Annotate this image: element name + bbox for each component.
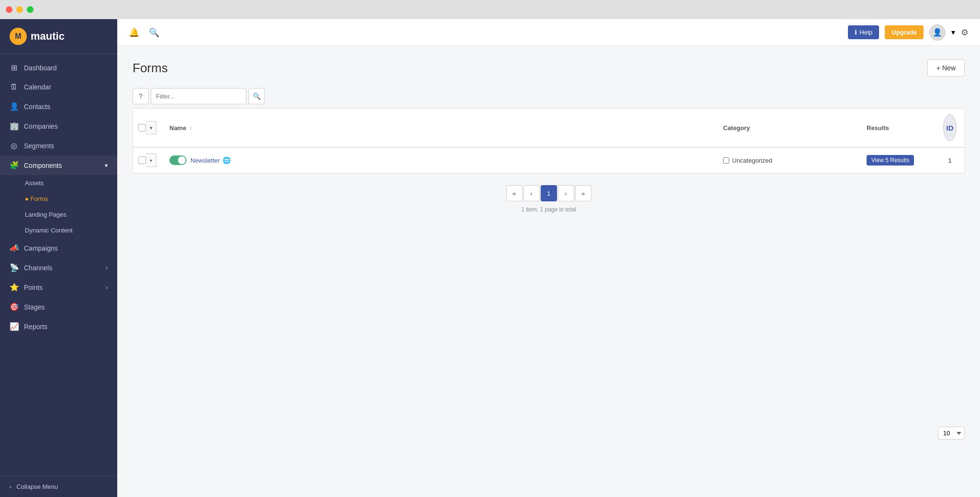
upgrade-button[interactable]: Upgrade xyxy=(885,25,924,39)
minimize-button[interactable] xyxy=(16,6,23,13)
pagination-next[interactable]: › xyxy=(558,185,574,201)
gear-icon[interactable]: ⚙ xyxy=(961,27,969,38)
sidebar-subitem-assets[interactable]: Assets xyxy=(0,175,117,191)
table-row: ▾ Newsletter 🌐 Uncategorized xyxy=(133,148,964,173)
sidebar-item-label: Reports xyxy=(24,323,47,331)
per-page-area: 10 25 50 100 xyxy=(938,427,965,440)
category-value: Uncategorized xyxy=(732,157,772,164)
sidebar-item-channels[interactable]: 📡 Channels › xyxy=(0,258,117,277)
search-icon[interactable]: 🔍 xyxy=(149,27,159,38)
per-page-select[interactable]: 10 25 50 100 xyxy=(938,427,965,440)
close-button[interactable] xyxy=(6,6,12,13)
row-id-value: 1 xyxy=(948,157,951,164)
filter-help-button[interactable]: ? xyxy=(133,88,149,104)
sidebar-item-label: Stages xyxy=(24,303,45,311)
points-icon: ⭐ xyxy=(10,283,18,292)
title-bar xyxy=(0,0,980,19)
sidebar-subitem-dynamic-content[interactable]: Dynamic Content xyxy=(0,222,117,238)
components-icon: 🧩 xyxy=(10,161,18,170)
stages-icon: 🎯 xyxy=(10,302,18,311)
help-button[interactable]: ℹ Help xyxy=(848,25,880,39)
pagination-prev[interactable]: ‹ xyxy=(523,185,540,201)
filter-input[interactable] xyxy=(151,88,246,104)
sidebar-item-campaigns[interactable]: 📣 Campaigns xyxy=(0,238,117,258)
collapse-menu-button[interactable]: ‹ Collapse Menu xyxy=(0,476,117,497)
th-name-label: Name xyxy=(169,124,186,132)
sidebar-item-dashboard[interactable]: ⊞ Dashboard xyxy=(0,58,117,77)
sidebar-item-segments[interactable]: ◎ Segments xyxy=(0,136,117,155)
id-label: ID xyxy=(947,124,954,132)
globe-icon: 🌐 xyxy=(223,156,231,164)
td-category: Uncategorized xyxy=(715,148,859,173)
components-arrow-icon: ▾ xyxy=(105,162,108,169)
checkbox-dropdown[interactable]: ▾ xyxy=(146,121,156,134)
pagination-controls: « ‹ 1 › » xyxy=(506,185,591,201)
sidebar-navigation: ⊞ Dashboard 🗓 Calendar 👤 Contacts 🏢 Comp… xyxy=(0,54,117,476)
maximize-button[interactable] xyxy=(27,6,33,13)
sidebar-item-label: Channels xyxy=(24,264,52,272)
new-button[interactable]: + New xyxy=(927,59,965,77)
sidebar-logo: M mautic xyxy=(0,19,117,54)
sidebar-subitem-forms[interactable]: ● Forms xyxy=(0,191,117,207)
table-header: ▾ Name ↕ Category Results xyxy=(133,109,964,148)
subitem-label: Forms xyxy=(30,195,48,202)
sidebar-item-points[interactable]: ⭐ Points › xyxy=(0,277,117,297)
th-checkbox: ▾ xyxy=(133,109,162,147)
row-checkbox-dropdown[interactable]: ▾ xyxy=(146,154,156,167)
td-name: Newsletter 🌐 xyxy=(162,148,715,173)
pagination-first[interactable]: « xyxy=(506,185,523,201)
pagination-current[interactable]: 1 xyxy=(541,185,557,201)
question-icon: ? xyxy=(139,92,143,100)
avatar[interactable]: 👤 xyxy=(929,24,946,41)
sidebar-item-label: Dashboard xyxy=(24,64,57,72)
td-id: 1 xyxy=(935,148,964,173)
th-results: Results xyxy=(859,109,935,147)
toggle-knob xyxy=(178,156,186,164)
page-content: Forms + New ? 🔍 xyxy=(117,46,980,497)
collapse-icon: ‹ xyxy=(10,483,11,490)
bell-icon[interactable]: 🔔 xyxy=(129,27,139,38)
td-results: View 5 Results xyxy=(859,148,935,173)
category-checkbox[interactable] xyxy=(723,157,729,164)
subitem-label: Assets xyxy=(25,179,44,187)
filter-search-button[interactable]: 🔍 xyxy=(248,88,265,104)
sidebar-item-label: Campaigns xyxy=(24,244,58,252)
select-all-checkbox[interactable] xyxy=(138,124,146,132)
avatar-icon: 👤 xyxy=(933,28,942,37)
form-toggle[interactable] xyxy=(169,155,187,165)
sidebar-item-stages[interactable]: 🎯 Stages xyxy=(0,297,117,317)
th-id: ID xyxy=(935,109,964,147)
channels-arrow-icon: › xyxy=(106,265,108,271)
sidebar-item-label: Components xyxy=(24,162,62,169)
sidebar-item-companies[interactable]: 🏢 Companies xyxy=(0,116,117,136)
sidebar-item-label: Contacts xyxy=(24,103,50,110)
campaigns-icon: 📣 xyxy=(10,243,18,253)
th-name[interactable]: Name ↕ xyxy=(162,109,715,147)
sidebar-subitem-landing-pages[interactable]: Landing Pages xyxy=(0,207,117,222)
subitem-label: Dynamic Content xyxy=(25,227,73,234)
calendar-icon: 🗓 xyxy=(10,83,18,91)
th-category-label: Category xyxy=(723,124,750,132)
subitem-label: Landing Pages xyxy=(25,211,67,218)
sidebar-item-calendar[interactable]: 🗓 Calendar xyxy=(0,77,117,97)
topbar: 🔔 🔍 ℹ Help Upgrade 👤 ▾ ⚙ xyxy=(117,19,980,46)
row-checkbox[interactable] xyxy=(138,156,146,164)
sidebar-item-contacts[interactable]: 👤 Contacts xyxy=(0,97,117,116)
logo-text: mautic xyxy=(31,30,65,43)
view-results-badge[interactable]: View 5 Results xyxy=(867,155,914,166)
segments-icon: ◎ xyxy=(10,141,18,150)
user-dropdown-arrow[interactable]: ▾ xyxy=(951,28,955,37)
sidebar-item-label: Segments xyxy=(24,142,54,150)
sidebar-item-label: Calendar xyxy=(24,83,51,91)
pagination-last[interactable]: » xyxy=(575,185,591,201)
sidebar-item-reports[interactable]: 📈 Reports xyxy=(0,317,117,336)
sidebar-item-label: Companies xyxy=(24,122,58,130)
reports-icon: 📈 xyxy=(10,322,18,331)
points-arrow-icon: › xyxy=(106,284,108,291)
th-results-label: Results xyxy=(867,124,889,132)
contacts-icon: 👤 xyxy=(10,102,18,111)
form-name[interactable]: Newsletter xyxy=(190,157,220,164)
sidebar-item-components[interactable]: 🧩 Components ▾ xyxy=(0,155,117,175)
id-column-header: ID xyxy=(943,114,957,141)
channels-icon: 📡 xyxy=(10,263,18,272)
